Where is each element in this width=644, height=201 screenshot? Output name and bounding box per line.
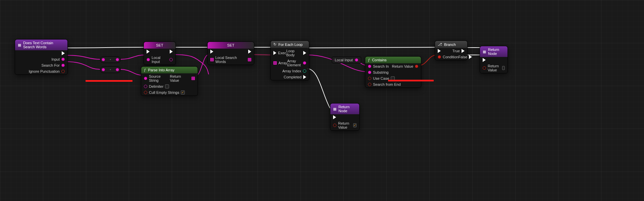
return-value-checkbox[interactable]: [353, 123, 357, 127]
title-text: Branch: [444, 43, 456, 47]
array-out-pin[interactable]: [248, 58, 251, 61]
string-out-pin[interactable]: [355, 58, 358, 62]
exec-in-pin[interactable]: [483, 58, 486, 62]
reroute-node[interactable]: •: [100, 56, 121, 63]
string-out-pin[interactable]: [116, 58, 119, 61]
node-branch[interactable]: ⎇ Branch True Condition False: [435, 41, 468, 60]
title-text: SET: [156, 43, 163, 47]
pin-label: Ignore Punctuation: [29, 69, 60, 73]
node-title: ƒ Contains: [365, 57, 421, 63]
bool-out-pin[interactable]: [415, 65, 418, 68]
title-text: Parse Into Array: [148, 68, 174, 72]
exec-out-pin[interactable]: [303, 75, 306, 79]
node-set-local-search-words[interactable]: SET Local Search Words: [207, 42, 254, 65]
pin-label: Search In: [373, 64, 389, 68]
exec-out-pin[interactable]: [62, 51, 65, 55]
loop-icon: ↻: [273, 42, 276, 47]
node-function-entry[interactable]: ▦ Does Text Contain Search Words Input S…: [15, 39, 68, 75]
var-label: Local Input: [152, 56, 169, 64]
exec-in-pin[interactable]: [333, 115, 336, 119]
array-in-pin[interactable]: [273, 61, 277, 65]
node-title: ▦ Return Node: [330, 104, 359, 114]
annotation-line: [86, 80, 132, 82]
annotation-line: [388, 80, 434, 81]
return-value-checkbox[interactable]: [502, 66, 505, 70]
pin-label: Completed: [284, 75, 302, 79]
node-title: ⎇ Branch: [435, 41, 467, 48]
bool-in-pin[interactable]: [438, 55, 441, 59]
exec-out-pin[interactable]: [170, 50, 173, 54]
node-return-false[interactable]: ▦ Return Node Return Value: [480, 46, 508, 73]
function-icon: ƒ: [144, 68, 146, 72]
exec-out-pin[interactable]: [469, 55, 472, 59]
bool-out-pin[interactable]: [61, 70, 65, 73]
string-out-pin[interactable]: [303, 61, 306, 65]
pin-label: False: [458, 55, 467, 59]
pin-label: Substring: [373, 70, 388, 74]
reroute-node[interactable]: •: [100, 66, 121, 73]
string-in-pin[interactable]: [144, 77, 147, 80]
node-contains[interactable]: ƒ Contains Search In Return Value Substr…: [365, 56, 421, 88]
exec-in-pin[interactable]: [273, 51, 276, 55]
bool-in-pin[interactable]: [333, 124, 336, 127]
node-title: ƒ Parse Into Array: [141, 67, 198, 73]
exec-in-pin[interactable]: [438, 49, 441, 53]
pin-label: Input: [52, 57, 60, 61]
string-in-pin[interactable]: [368, 65, 371, 68]
pin-label: Source String: [149, 74, 170, 82]
pin-label: Array Index: [282, 69, 301, 73]
bool-in-pin[interactable]: [368, 83, 371, 86]
string-out-pin[interactable]: [61, 64, 65, 67]
node-set-local-input[interactable]: SET Local Input: [144, 42, 176, 65]
title-text: SET: [227, 43, 234, 47]
return-icon: ▦: [483, 50, 486, 54]
string-in-pin[interactable]: [368, 71, 371, 74]
pin-label: Array Element: [287, 59, 301, 67]
exec-in-pin[interactable]: [210, 50, 213, 54]
node-title: SET: [208, 42, 254, 49]
var-label: Local Search Words: [215, 56, 248, 64]
bool-in-pin[interactable]: [368, 77, 371, 80]
return-icon: ▦: [333, 107, 336, 111]
function-icon: ▦: [18, 43, 21, 47]
title-text: Does Text Contain Search Words: [23, 41, 65, 49]
string-out-pin[interactable]: [116, 68, 119, 71]
delimiter-field[interactable]: [165, 84, 169, 88]
string-out-pin[interactable]: [169, 58, 173, 61]
pin-label: Return Value: [392, 64, 413, 68]
node-title: SET: [144, 42, 175, 49]
array-in-pin[interactable]: [210, 58, 214, 61]
pin-label: Loop Body: [286, 49, 302, 57]
pin-label: Condition: [443, 55, 458, 59]
node-return-true[interactable]: ▦ Return Node Return Value: [330, 103, 360, 131]
title-text: Return Node: [338, 105, 357, 113]
node-for-each-loop[interactable]: ↻ For Each Loop Exec Loop Body Array Arr…: [270, 41, 309, 80]
pin-label: Return Value: [488, 64, 500, 72]
string-in-pin[interactable]: [102, 58, 105, 61]
string-in-pin[interactable]: [102, 68, 105, 71]
exec-in-pin[interactable]: [147, 50, 150, 54]
exec-out-pin[interactable]: [303, 51, 306, 55]
bool-in-pin[interactable]: [144, 91, 147, 94]
pin-label: Search from End: [373, 82, 401, 86]
node-parse-into-array[interactable]: ƒ Parse Into Array Source String Return …: [141, 66, 198, 96]
array-out-pin[interactable]: [192, 77, 195, 80]
cull-checkbox[interactable]: [181, 90, 185, 94]
node-get-local-input[interactable]: Local Input: [332, 57, 361, 63]
bool-in-pin[interactable]: [483, 66, 486, 70]
pin-label: Array: [278, 61, 287, 65]
title-text: Contains: [372, 58, 386, 62]
pin-label: Return Value: [170, 74, 190, 82]
string-in-pin[interactable]: [147, 58, 150, 61]
string-in-pin[interactable]: [144, 85, 147, 88]
exec-out-pin[interactable]: [248, 50, 251, 54]
pin-label: Search For: [42, 63, 60, 67]
pin-label: Cull Empty Strings: [149, 90, 179, 94]
pin-label: Delimiter: [149, 84, 163, 88]
node-title: ▦ Does Text Contain Search Words: [15, 40, 67, 50]
string-out-pin[interactable]: [61, 58, 65, 61]
exec-out-pin[interactable]: [462, 49, 465, 53]
node-title: ▦ Return Node: [480, 46, 507, 57]
pin-label: Use Case: [373, 76, 389, 80]
int-out-pin[interactable]: [303, 69, 306, 73]
